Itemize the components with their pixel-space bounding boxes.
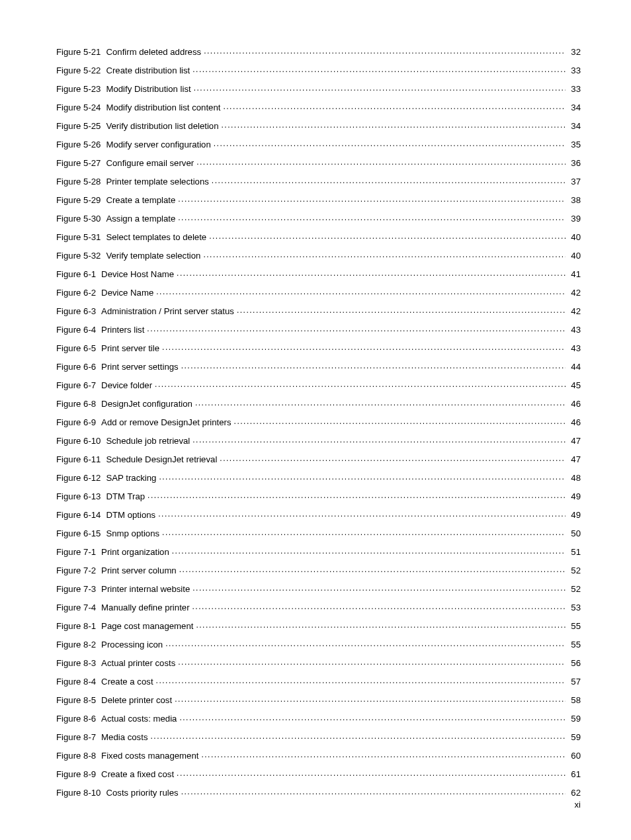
toc-entry: Figure 6-6Print server settings44	[56, 361, 581, 371]
page-ref: 33	[568, 85, 581, 93]
page-ref: 52	[568, 566, 581, 575]
toc-entry: Figure 6-1Device Host Name41	[56, 269, 581, 278]
leader-dots	[147, 324, 566, 333]
figure-label: Figure 5-23	[56, 85, 106, 93]
toc-entry: Figure 8-8Fixed costs management60	[56, 749, 581, 759]
figure-label: Figure 5-25	[56, 122, 106, 130]
figure-label: Figure 5-28	[56, 177, 106, 186]
figure-label: Figure 8-9	[56, 770, 101, 778]
figure-title: Create distribution list	[106, 66, 190, 75]
figure-title: Select templates to delete	[106, 233, 206, 241]
page-ref: 49	[568, 511, 581, 519]
page-ref: 35	[568, 140, 581, 149]
figure-label: Figure 8-3	[56, 659, 101, 667]
figure-label: Figure 6-9	[56, 418, 101, 427]
figure-title: Modify Distribution list	[106, 85, 190, 93]
page-ref: 61	[568, 770, 581, 778]
leader-dots	[201, 749, 566, 758]
figure-title: SAP tracking	[106, 474, 156, 482]
figure-label: Figure 8-6	[56, 714, 101, 723]
figure-title: Device folder	[101, 381, 152, 390]
figure-title: Print organization	[101, 548, 169, 556]
toc-entry: Figure 5-32Verify template selection40	[56, 250, 581, 260]
page-ref: 52	[568, 585, 581, 593]
leader-dots	[165, 639, 566, 648]
figure-label: Figure 7-1	[56, 548, 101, 556]
toc-entry: Figure 6-11Schedule DesignJet retrieval4…	[56, 454, 581, 464]
figure-title: Create a template	[106, 196, 175, 204]
leader-dots	[192, 435, 566, 444]
figure-label: Figure 5-24	[56, 103, 106, 112]
figure-title: Create a fixed cost	[101, 770, 174, 778]
leader-dots	[158, 509, 566, 518]
figure-title: Fixed costs management	[101, 751, 198, 760]
toc-entry: Figure 8-7Media costs59	[56, 731, 581, 741]
figure-label: Figure 6-11	[56, 455, 106, 464]
toc-entry: Figure 5-21Confirm deleted address32	[56, 46, 581, 56]
toc-entry: Figure 8-2Processing icon55	[56, 639, 581, 649]
figure-title: Snmp options	[106, 529, 159, 538]
page-ref: 47	[568, 455, 581, 464]
page-ref: 40	[568, 233, 581, 241]
figure-title: Print server settings	[101, 362, 179, 371]
page-ref: 57	[568, 677, 581, 686]
figure-label: Figure 5-22	[56, 66, 106, 75]
leader-dots	[222, 120, 566, 129]
page-ref: 55	[568, 640, 581, 649]
figure-title: Page cost management	[101, 622, 193, 630]
figure-title: Configure email server	[106, 159, 194, 167]
page-ref: 51	[568, 548, 581, 556]
figure-label: Figure 8-7	[56, 733, 101, 741]
figure-label: Figure 6-3	[56, 307, 101, 315]
figure-title: DesignJet configuration	[101, 399, 192, 408]
page-ref: 32	[568, 48, 581, 56]
toc-entry: Figure 7-2Print server column52	[56, 565, 581, 575]
leader-dots	[234, 417, 566, 425]
figure-label: Figure 6-2	[56, 288, 101, 297]
figure-label: Figure 6-1	[56, 270, 101, 278]
toc-entry: Figure 5-31Select templates to delete40	[56, 231, 581, 241]
toc-entry: Figure 5-26Modify server configuration35	[56, 139, 581, 149]
figure-title: Add or remove DesignJet printers	[101, 418, 231, 427]
toc-entry: Figure 6-8DesignJet configuration46	[56, 398, 581, 408]
figure-title: Device Name	[101, 288, 153, 297]
figure-label: Figure 6-13	[56, 492, 106, 501]
page-ref: 42	[568, 307, 581, 315]
toc-entry: Figure 8-1Page cost management55	[56, 620, 581, 630]
leader-dots	[214, 139, 566, 147]
figure-title: Assign a template	[106, 214, 175, 223]
page-ref: 55	[568, 622, 581, 630]
page-ref: 37	[568, 177, 581, 186]
toc-entry: Figure 8-10Costs priority rules62	[56, 786, 581, 796]
leader-dots	[155, 380, 566, 388]
toc-entry: Figure 6-3Administration / Print server …	[56, 306, 581, 315]
figure-title: Print server tile	[101, 344, 159, 353]
figure-title: Device Host Name	[101, 270, 174, 278]
page-ref: 45	[568, 381, 581, 390]
figure-list: Figure 5-21Confirm deleted address32Figu…	[56, 46, 581, 797]
leader-dots	[177, 768, 566, 777]
figure-title: Media costs	[101, 733, 147, 741]
toc-entry: Figure 5-27Configure email server36	[56, 157, 581, 167]
figure-label: Figure 6-10	[56, 437, 106, 445]
figure-label: Figure 5-26	[56, 140, 106, 149]
leader-dots	[196, 620, 566, 629]
figure-label: Figure 6-14	[56, 511, 106, 519]
toc-entry: Figure 7-1Print organization51	[56, 546, 581, 556]
leader-dots	[156, 675, 566, 684]
figure-title: Confirm deleted address	[106, 48, 201, 56]
leader-dots	[162, 528, 566, 536]
leader-dots	[178, 657, 566, 665]
figure-title: Printer template selections	[106, 177, 208, 186]
leader-dots	[204, 46, 566, 55]
leader-dots	[237, 306, 566, 314]
figure-title: Print server column	[101, 566, 177, 575]
figure-label: Figure 8-10	[56, 788, 106, 797]
figure-title: Verify distribution list deletion	[106, 122, 218, 130]
leader-dots	[195, 398, 566, 407]
leader-dots	[178, 213, 566, 222]
toc-entry: Figure 6-13DTM Trap49	[56, 491, 581, 501]
toc-entry: Figure 6-5Print server tile43	[56, 343, 581, 353]
figure-title: DTM options	[106, 511, 155, 519]
page-ref: 46	[568, 399, 581, 408]
